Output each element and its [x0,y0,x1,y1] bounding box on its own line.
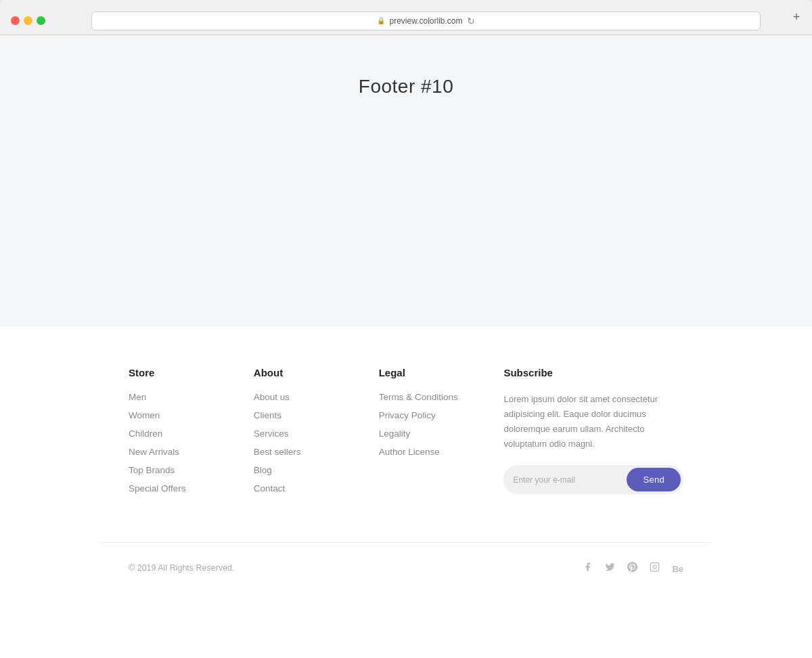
url-text: preview.colorlib.com [389,16,462,26]
about-link-clients[interactable]: Clients [254,410,352,420]
footer-main: Store Men Women Children New Arrivals To… [102,367,710,542]
svg-rect-0 [651,563,660,571]
store-link-women[interactable]: Women [129,410,227,420]
browser-chrome: 🔒 preview.colorlib.com ↻ + [0,0,812,35]
store-link-men[interactable]: Men [129,392,227,402]
facebook-icon[interactable] [583,562,593,574]
footer-col-legal: Legal Terms & Conditions Privacy Policy … [379,367,477,502]
copyright-text: © 2019 All Rights Reserved. [129,563,235,573]
refresh-icon[interactable]: ↻ [467,16,475,26]
about-link-services[interactable]: Services [254,429,352,439]
maximize-button[interactable] [37,16,45,25]
about-link-contact[interactable]: Contact [254,483,352,494]
browser-content: Footer #10 Store Men Women Children New … [0,35,812,658]
store-heading: Store [129,367,227,378]
page-title: Footer #10 [359,76,453,97]
store-link-top-brands[interactable]: Top Brands [129,465,227,475]
subscribe-heading: Subscribe [503,367,683,378]
store-link-children[interactable]: Children [129,429,227,439]
legal-heading: Legal [379,367,477,378]
pinterest-icon[interactable] [627,562,637,574]
store-link-special-offers[interactable]: Special Offers [129,483,227,494]
about-link-about-us[interactable]: About us [254,392,352,402]
footer-col-about: About About us Clients Services Best sel… [254,367,352,502]
legal-link-privacy[interactable]: Privacy Policy [379,410,477,420]
behance-icon[interactable]: Be [672,563,683,574]
new-tab-button[interactable]: + [789,10,804,25]
social-icons: Be [583,562,683,574]
send-button[interactable]: Send [627,468,681,491]
store-link-new-arrivals[interactable]: New Arrivals [129,447,227,457]
subscribe-description: Lorem ipsum dolor sit amet consectetur a… [503,392,683,452]
legal-link-author-license[interactable]: Author License [379,447,477,457]
about-link-blog[interactable]: Blog [254,465,352,475]
address-bar[interactable]: 🔒 preview.colorlib.com ↻ [91,12,761,30]
about-link-best-sellers[interactable]: Best sellers [254,447,352,457]
minimize-button[interactable] [24,16,32,25]
lock-icon: 🔒 [377,17,385,24]
email-input[interactable] [513,469,627,490]
legal-link-legality[interactable]: Legality [379,429,477,439]
legal-link-terms[interactable]: Terms & Conditions [379,392,477,402]
footer-col-subscribe: Subscribe Lorem ipsum dolor sit amet con… [503,367,683,502]
about-heading: About [254,367,352,378]
instagram-icon[interactable] [650,562,660,574]
twitter-icon[interactable] [605,562,615,574]
main-area: Footer #10 [0,35,812,326]
footer: Store Men Women Children New Arrivals To… [0,326,812,593]
close-button[interactable] [11,16,20,25]
footer-col-store: Store Men Women Children New Arrivals To… [129,367,227,502]
subscribe-form: Send [503,465,683,494]
traffic-lights [11,16,45,25]
footer-bottom: © 2019 All Rights Reserved. Be [102,542,710,593]
